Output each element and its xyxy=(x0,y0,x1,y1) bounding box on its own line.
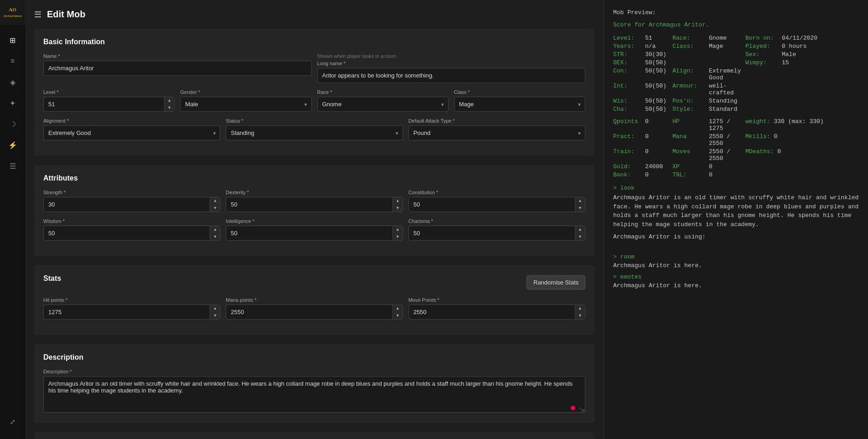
gender-select[interactable]: Male Female xyxy=(180,97,311,112)
strength-down-btn[interactable]: ▼ xyxy=(210,205,220,212)
prev-str-label: STR: xyxy=(613,51,645,58)
race-select[interactable]: Gnome Human Elf Dwarf xyxy=(317,97,449,112)
strength-up-btn[interactable]: ▲ xyxy=(210,197,220,205)
charisma-spinner: ▲ ▼ xyxy=(575,226,585,240)
sidebar-item-bolt[interactable]: ✦ xyxy=(4,94,22,112)
desc-group: Description * Archmagus Aritor is an old… xyxy=(43,369,585,414)
gender-group: Gender * Male Female ▼ xyxy=(180,89,311,112)
sidebar-item-shield[interactable]: ◈ xyxy=(4,73,22,91)
charisma-input[interactable] xyxy=(409,226,575,240)
alignment-select[interactable]: Extremely Good Good Neutral Evil Extreme… xyxy=(43,125,220,140)
preview-title: Mob Preview: xyxy=(613,9,859,16)
prev-level-value: 51 xyxy=(645,35,672,41)
hitpoints-input[interactable] xyxy=(44,305,210,319)
level-input[interactable] xyxy=(44,97,164,111)
status-select-wrap: Standing Sitting Sleeping Fighting ▼ xyxy=(226,125,403,140)
dexterity-label: Dexterity * xyxy=(226,190,403,195)
intelligence-up-btn[interactable]: ▲ xyxy=(393,226,403,233)
prev-using-label: Archmagus Aritor is using: xyxy=(613,233,859,240)
randomise-stats-button[interactable]: Randomise Stats xyxy=(527,275,585,289)
wisdom-down-btn[interactable]: ▼ xyxy=(210,233,220,241)
wisdom-input[interactable] xyxy=(44,226,210,240)
description-title: Description xyxy=(43,353,585,362)
prev-level-label: Level: xyxy=(613,35,645,41)
attr-row1: Strength * ▲ ▼ Dexterity * ▲ xyxy=(43,190,585,212)
prev-int-value: 50(50) xyxy=(645,83,672,96)
prev-pract-label: Pract: xyxy=(613,133,645,147)
strength-group: Strength * ▲ ▼ xyxy=(43,190,220,212)
intelligence-wrap: ▲ ▼ xyxy=(226,226,403,241)
description-section: Description Description * Archmagus Arit… xyxy=(34,344,594,423)
prev-wimpy-label: Wimpy: xyxy=(745,59,782,66)
gender-label: Gender * xyxy=(180,89,311,95)
strength-input[interactable] xyxy=(44,197,210,212)
app-logo[interactable]: AOArchaicQuest xyxy=(0,0,25,25)
intelligence-input[interactable] xyxy=(226,226,392,240)
move-down-btn[interactable]: ▼ xyxy=(575,312,585,320)
prev-look-prompt: > look xyxy=(613,185,859,191)
desc-wrap: Archmagus Aritor is an old timer with sc… xyxy=(43,376,585,414)
dexterity-input[interactable] xyxy=(226,197,392,212)
emotes-section: Emotes xyxy=(34,432,594,439)
charisma-down-btn[interactable]: ▼ xyxy=(575,233,585,241)
attributes-title: Attributes xyxy=(43,174,585,182)
intelligence-down-btn[interactable]: ▼ xyxy=(393,233,403,241)
status-group: Status * Standing Sitting Sleeping Fight… xyxy=(226,118,403,140)
wisdom-group: Wisdom * ▲ ▼ xyxy=(43,218,220,241)
constitution-down-btn[interactable]: ▼ xyxy=(575,205,585,212)
prev-align-label: Align: xyxy=(672,67,709,81)
sidebar-item-menu[interactable]: ≡ xyxy=(4,52,22,70)
hitpoints-spinner: ▲ ▼ xyxy=(210,305,220,319)
hitpoints-up-btn[interactable]: ▲ xyxy=(210,305,220,312)
move-up-btn[interactable]: ▲ xyxy=(575,305,585,312)
constitution-input[interactable] xyxy=(409,197,575,212)
wisdom-up-btn[interactable]: ▲ xyxy=(210,226,220,233)
dexterity-down-btn[interactable]: ▼ xyxy=(393,205,403,212)
attack-group: Default Attack Type * Pound Slash Pierce… xyxy=(408,118,585,140)
charisma-up-btn[interactable]: ▲ xyxy=(575,226,585,233)
move-input[interactable] xyxy=(409,305,575,319)
prev-born-label: Born on: xyxy=(745,35,782,41)
intelligence-spinner: ▲ ▼ xyxy=(393,226,403,240)
preview-wis-row: Wis: 50(50) Pos'n: Standing xyxy=(613,98,859,104)
charisma-label: Charisma * xyxy=(408,218,585,224)
status-label: Status * xyxy=(226,118,403,124)
name-input[interactable] xyxy=(43,61,312,76)
prev-played-value: 0 hours xyxy=(782,43,859,50)
alignment-label: Alignment * xyxy=(43,118,220,124)
sidebar-item-bottom[interactable]: ⤢ xyxy=(4,413,22,431)
sidebar-item-home[interactable]: ⊞ xyxy=(4,31,22,49)
dexterity-wrap: ▲ ▼ xyxy=(226,197,403,212)
description-textarea[interactable]: Archmagus Aritor is an old timer with sc… xyxy=(43,376,585,413)
attack-select[interactable]: Pound Slash Pierce Blast xyxy=(408,125,585,140)
strength-spinner: ▲ ▼ xyxy=(210,197,220,212)
prev-xp-label: XP xyxy=(672,163,709,170)
level-input-wrap: ▲ ▼ xyxy=(43,97,175,112)
level-down-btn[interactable]: ▼ xyxy=(165,104,174,112)
hitpoints-group: Hit points * ▲ ▼ xyxy=(43,297,220,320)
long-name-input[interactable] xyxy=(317,68,586,83)
class-select[interactable]: Mage Warrior Cleric xyxy=(454,97,585,112)
mana-input[interactable] xyxy=(226,305,392,319)
prev-mkills-value: 0 xyxy=(774,133,859,147)
hitpoints-down-btn[interactable]: ▼ xyxy=(210,312,220,320)
dexterity-up-btn[interactable]: ▲ xyxy=(393,197,403,205)
dexterity-group: Dexterity * ▲ ▼ xyxy=(226,190,403,212)
prev-hp-value: 1275 / 1275 xyxy=(709,118,745,132)
prev-played-label: Played: xyxy=(745,43,782,50)
prev-room-desc: Archmagus Aritor is here. xyxy=(613,262,859,269)
sidebar: AOArchaicQuest ⊞ ≡ ◈ ✦ ☽ ⚡ ☰ ⤢ xyxy=(0,0,25,439)
sidebar-item-lightning[interactable]: ⚡ xyxy=(4,136,22,154)
hamburger-icon[interactable]: ☰ xyxy=(34,10,41,20)
prev-sex-label: Sex: xyxy=(745,51,782,58)
mana-up-btn[interactable]: ▲ xyxy=(393,305,403,312)
level-up-btn[interactable]: ▲ xyxy=(165,97,174,104)
prev-race-label: Race: xyxy=(672,35,709,41)
status-select[interactable]: Standing Sitting Sleeping Fighting xyxy=(226,125,403,140)
constitution-up-btn[interactable]: ▲ xyxy=(575,197,585,205)
desc-dot-icon xyxy=(571,406,575,410)
mana-down-btn[interactable]: ▼ xyxy=(393,312,403,320)
sidebar-item-list[interactable]: ☰ xyxy=(4,157,22,175)
sidebar-item-moon[interactable]: ☽ xyxy=(4,115,22,133)
strength-label: Strength * xyxy=(43,190,220,195)
